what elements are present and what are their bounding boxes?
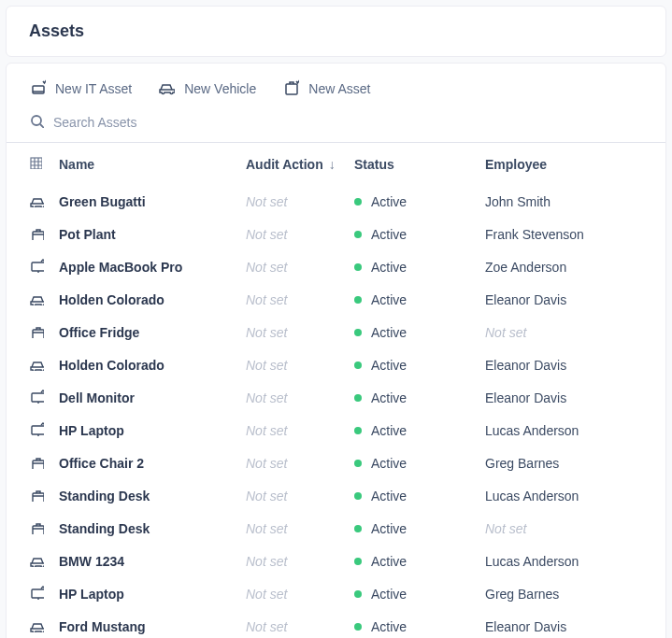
table-row[interactable]: Office FridgeNot setActiveNot set <box>7 316 665 348</box>
asset-name: Holden Colorado <box>51 348 238 381</box>
assets-panel: New IT Asset New Vehicle New Asset Name <box>6 63 666 638</box>
status-dot-icon <box>354 263 362 271</box>
status-label: Active <box>371 292 407 307</box>
new-vehicle-label: New Vehicle <box>184 81 256 96</box>
page-header: Assets <box>6 6 666 57</box>
status-cell: Active <box>347 381 478 414</box>
table-row[interactable]: Office Chair 2Not setActiveGreg Barnes <box>7 447 665 479</box>
employee-cell: Eleanor Davis <box>478 348 665 381</box>
table-row[interactable]: Green BugattiNot setActiveJohn Smith <box>7 185 665 218</box>
column-header-status[interactable]: Status <box>347 143 478 185</box>
it-icon <box>7 414 51 447</box>
table-row[interactable]: Ford MustangNot setActiveEleanor Davis <box>7 610 665 638</box>
vehicle-icon <box>7 283 51 316</box>
status-dot-icon <box>354 329 362 336</box>
status-cell: Active <box>347 545 478 577</box>
status-cell: Active <box>347 479 478 512</box>
employee-cell: Lucas Anderson <box>478 479 665 512</box>
table-row[interactable]: Holden ColoradoNot setActiveEleanor Davi… <box>7 283 665 316</box>
column-header-audit-action[interactable]: Audit Action ↓ <box>238 143 347 185</box>
new-it-asset-button[interactable]: New IT Asset <box>29 78 132 98</box>
asset-name: Holden Colorado <box>51 283 238 316</box>
asset-name: Office Fridge <box>51 316 238 348</box>
status-label: Active <box>371 358 407 373</box>
search-row <box>7 107 665 143</box>
audit-action-cell: Not set <box>238 185 347 218</box>
vehicle-icon <box>7 545 51 577</box>
status-dot-icon <box>354 362 362 369</box>
status-dot-icon <box>354 558 362 565</box>
status-cell: Active <box>347 610 478 638</box>
column-header-employee[interactable]: Employee <box>478 143 665 185</box>
audit-action-cell: Not set <box>238 250 347 283</box>
new-asset-button[interactable]: New Asset <box>282 78 370 98</box>
box-icon <box>7 218 51 250</box>
status-cell: Active <box>347 316 478 348</box>
it-icon <box>7 381 51 414</box>
employee-cell: Eleanor Davis <box>478 283 665 316</box>
audit-action-cell: Not set <box>238 447 347 479</box>
table-row[interactable]: Pot PlantNot setActiveFrank Stevenson <box>7 218 665 250</box>
table-row[interactable]: Standing DeskNot setActiveNot set <box>7 512 665 545</box>
box-icon <box>7 512 51 545</box>
audit-action-cell: Not set <box>238 414 347 447</box>
asset-name: HP Laptop <box>51 414 238 447</box>
status-dot-icon <box>354 198 362 206</box>
asset-name: BMW 1234 <box>51 545 238 577</box>
column-picker-cell[interactable] <box>7 143 51 185</box>
table-row[interactable]: Apple MacBook ProNot setActiveZoe Anders… <box>7 250 665 283</box>
status-label: Active <box>371 587 407 602</box>
employee-cell: Not set <box>478 512 665 545</box>
asset-icon <box>282 78 299 98</box>
employee-cell: John Smith <box>478 185 665 218</box>
audit-action-cell: Not set <box>238 545 347 577</box>
box-icon <box>7 479 51 512</box>
assets-table: Name Audit Action ↓ Status Employee Gree… <box>7 143 665 638</box>
status-cell: Active <box>347 283 478 316</box>
status-label: Active <box>371 554 407 569</box>
table-row[interactable]: Standing DeskNot setActiveLucas Anderson <box>7 479 665 512</box>
table-row[interactable]: Holden ColoradoNot setActiveEleanor Davi… <box>7 348 665 381</box>
table-row[interactable]: HP LaptopNot setActiveGreg Barnes <box>7 577 665 610</box>
employee-cell: Zoe Anderson <box>478 250 665 283</box>
asset-name: Standing Desk <box>51 512 238 545</box>
status-cell: Active <box>347 185 478 218</box>
it-asset-icon <box>29 78 46 98</box>
table-row[interactable]: HP LaptopNot setActiveLucas Anderson <box>7 414 665 447</box>
employee-cell: Greg Barnes <box>478 577 665 610</box>
audit-action-cell: Not set <box>238 283 347 316</box>
new-vehicle-button[interactable]: New Vehicle <box>158 78 256 98</box>
asset-name: Apple MacBook Pro <box>51 250 238 283</box>
status-label: Active <box>371 619 407 634</box>
status-dot-icon <box>354 492 362 500</box>
table-row[interactable]: BMW 1234Not setActiveLucas Anderson <box>7 545 665 577</box>
vehicle-icon <box>7 185 51 218</box>
status-cell: Active <box>347 447 478 479</box>
box-icon <box>7 447 51 479</box>
employee-cell: Eleanor Davis <box>478 610 665 638</box>
asset-name: HP Laptop <box>51 577 238 610</box>
sort-descending-icon: ↓ <box>329 157 336 172</box>
status-label: Active <box>371 521 407 536</box>
status-dot-icon <box>354 231 362 238</box>
status-dot-icon <box>354 427 362 434</box>
box-icon <box>7 316 51 348</box>
status-label: Active <box>371 194 407 209</box>
audit-action-cell: Not set <box>238 218 347 250</box>
status-dot-icon <box>354 590 362 598</box>
audit-action-cell: Not set <box>238 316 347 348</box>
employee-cell: Not set <box>478 316 665 348</box>
employee-cell: Greg Barnes <box>478 447 665 479</box>
search-icon <box>29 113 44 131</box>
table-row[interactable]: Dell MonitorNot setActiveEleanor Davis <box>7 381 665 414</box>
status-label: Active <box>371 456 407 471</box>
column-header-name[interactable]: Name <box>51 143 238 185</box>
status-cell: Active <box>347 414 478 447</box>
status-dot-icon <box>354 296 362 304</box>
status-label: Active <box>371 423 407 438</box>
audit-action-cell: Not set <box>238 348 347 381</box>
asset-name: Dell Monitor <box>51 381 238 414</box>
status-dot-icon <box>354 525 362 532</box>
search-input[interactable] <box>53 115 643 130</box>
asset-name: Pot Plant <box>51 218 238 250</box>
